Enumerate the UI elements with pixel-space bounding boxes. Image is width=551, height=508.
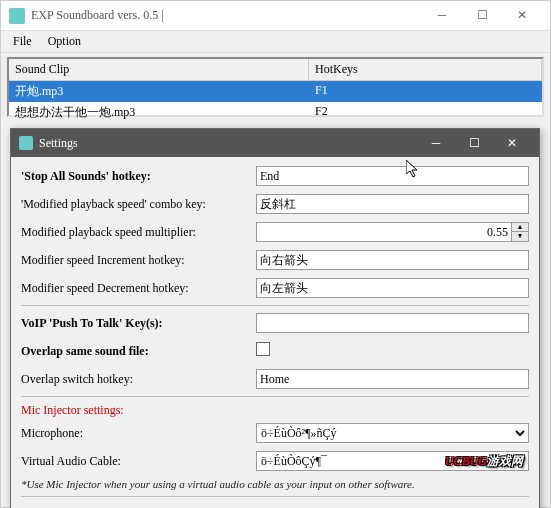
mod-combo-input[interactable]	[256, 194, 529, 214]
spinner-down-icon[interactable]: ▼	[512, 232, 528, 241]
cell-keys: F2	[309, 102, 542, 123]
cell-clip: 想想办法干他一炮.mp3	[9, 102, 309, 123]
menu-option[interactable]: Option	[40, 32, 89, 51]
table-body: 开炮.mp3 F1 想想办法干他一炮.mp3 F2	[9, 81, 542, 123]
microphone-label: Microphone:	[21, 426, 256, 441]
table-row[interactable]: 想想办法干他一炮.mp3 F2	[9, 102, 542, 123]
table-row[interactable]: 开炮.mp3 F1	[9, 81, 542, 102]
menu-file[interactable]: File	[5, 32, 40, 51]
inc-hotkey-label: Modifier speed Increment hotkey:	[21, 253, 256, 268]
spinner-buttons: ▲ ▼	[512, 222, 529, 242]
mic-injector-title: Mic Injector settings:	[21, 403, 529, 418]
menubar: File Option	[1, 31, 550, 53]
mic-hint: *Use Mic Injector when your using a virt…	[21, 478, 529, 490]
vac-select[interactable]: ö÷ÉùÒôÇý¶¯	[256, 451, 529, 471]
cell-keys: F1	[309, 81, 542, 102]
col-sound-clip[interactable]: Sound Clip	[9, 59, 309, 80]
mod-mult-label: Modified playback speed multiplier:	[21, 225, 256, 240]
ptt-input[interactable]	[256, 313, 529, 333]
microphone-select[interactable]: ö÷ÉùÒô²¶»ñÇý	[256, 423, 529, 443]
divider	[21, 305, 529, 306]
mod-combo-label: 'Modified playback speed' combo key:	[21, 197, 256, 212]
dialog-close-button[interactable]: ✕	[493, 130, 531, 156]
stop-all-input[interactable]	[256, 166, 529, 186]
close-button[interactable]: ✕	[502, 2, 542, 30]
minimize-button[interactable]: ─	[422, 2, 462, 30]
overlap-switch-input[interactable]	[256, 369, 529, 389]
dialog-title: Settings	[39, 136, 417, 151]
dialog-minimize-button[interactable]: ─	[417, 130, 455, 156]
dec-hotkey-input[interactable]	[256, 278, 529, 298]
overlap-same-label: Overlap same sound file:	[21, 344, 256, 359]
dialog-maximize-button[interactable]: ☐	[455, 130, 493, 156]
divider	[21, 396, 529, 397]
stop-all-label: 'Stop All Sounds' hotkey:	[21, 169, 256, 184]
settings-icon	[19, 136, 33, 150]
inc-hotkey-input[interactable]	[256, 250, 529, 270]
spinner-up-icon[interactable]: ▲	[512, 223, 528, 232]
dec-hotkey-label: Modifier speed Decrement hotkey:	[21, 281, 256, 296]
ptt-label: VoIP 'Push To Talk' Key(s):	[21, 316, 256, 331]
maximize-button[interactable]: ☐	[462, 2, 502, 30]
overlap-switch-label: Overlap switch hotkey:	[21, 372, 256, 387]
sound-table: Sound Clip HotKeys 开炮.mp3 F1 想想办法干他一炮.mp…	[7, 57, 544, 117]
window-title: EXP Soundboard vers. 0.5 |	[31, 8, 422, 23]
settings-dialog: Settings ─ ☐ ✕ 'Stop All Sounds' hotkey:…	[10, 128, 540, 508]
dialog-titlebar: Settings ─ ☐ ✕	[11, 129, 539, 157]
vac-label: Virtual Audio Cable:	[21, 454, 256, 469]
dialog-body: 'Stop All Sounds' hotkey: 'Modified play…	[11, 157, 539, 508]
overlap-same-checkbox[interactable]	[256, 342, 270, 356]
titlebar: EXP Soundboard vers. 0.5 | ─ ☐ ✕	[1, 1, 550, 31]
app-icon	[9, 8, 25, 24]
mod-mult-input[interactable]	[256, 222, 512, 242]
cell-clip: 开炮.mp3	[9, 81, 309, 102]
divider	[21, 496, 529, 497]
table-header: Sound Clip HotKeys	[9, 59, 542, 81]
col-hotkeys[interactable]: HotKeys	[309, 59, 542, 80]
